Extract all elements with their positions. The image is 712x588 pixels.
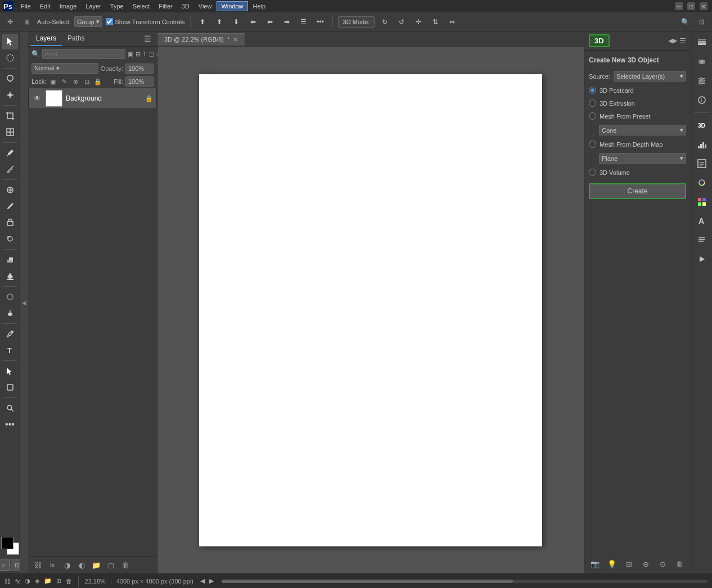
source-select-dropdown[interactable]: Selected Layer(s) ▾ bbox=[614, 71, 686, 82]
text-tool[interactable]: T bbox=[2, 342, 18, 358]
auto-select-dropdown[interactable]: Group ▾ bbox=[74, 16, 102, 27]
depth-map-dropdown[interactable]: Plane ▾ bbox=[599, 153, 686, 164]
blend-mode-select[interactable]: Normal ▾ bbox=[31, 63, 98, 74]
canvas-tab-close[interactable]: ✕ bbox=[233, 36, 238, 43]
arrange-icon[interactable]: ⊞ bbox=[20, 15, 34, 29]
menu-3d[interactable]: 3D bbox=[178, 2, 193, 11]
canvas-tab[interactable]: 3D @ 22.2% (RGB/8) * ✕ bbox=[157, 33, 245, 46]
histogram-icon[interactable] bbox=[693, 135, 711, 153]
dodge-tool[interactable] bbox=[2, 305, 18, 321]
crop-tool[interactable] bbox=[2, 108, 18, 124]
trash-status-icon[interactable]: 🗑 bbox=[66, 578, 72, 585]
menu-help[interactable]: Help bbox=[249, 2, 270, 11]
slide-3d-icon[interactable]: ⇅ bbox=[429, 15, 442, 29]
canvas-document[interactable] bbox=[199, 74, 542, 546]
zoom-tool[interactable] bbox=[2, 400, 18, 416]
opacity-input[interactable] bbox=[125, 64, 154, 74]
scale-3d-icon[interactable]: ⇔ bbox=[445, 15, 459, 29]
3d-panel-toggle-icon[interactable]: 3D bbox=[693, 116, 711, 134]
stamp-tool[interactable] bbox=[2, 215, 18, 230]
add-mask-btn[interactable]: ◑ bbox=[61, 559, 73, 571]
delete-3d-icon[interactable]: 🗑 bbox=[673, 558, 686, 570]
left-panel-collapse[interactable]: ◀ bbox=[20, 31, 28, 573]
tab-layers[interactable]: Layers bbox=[30, 31, 62, 46]
layers-panel-icon[interactable] bbox=[693, 34, 711, 52]
marquee-tool[interactable] bbox=[2, 50, 18, 66]
magic-wand-tool[interactable] bbox=[2, 87, 18, 103]
color-panel-icon[interactable] bbox=[693, 174, 711, 192]
ruler-tool[interactable] bbox=[2, 161, 18, 177]
maximize-btn[interactable]: □ bbox=[687, 2, 695, 10]
fx-status-icon[interactable]: fx bbox=[15, 578, 20, 585]
align-vcenter-icon[interactable]: ⬆ bbox=[213, 15, 226, 29]
pen-tool[interactable] bbox=[2, 326, 18, 342]
light-icon[interactable]: 💡 bbox=[606, 558, 618, 570]
zoom-icon[interactable]: 🔍 bbox=[678, 15, 692, 29]
status-nav-prev[interactable]: ◀ bbox=[200, 577, 205, 585]
image-status-icon[interactable]: ⊞ bbox=[56, 577, 61, 585]
add-adjustment-btn[interactable]: ◐ bbox=[75, 559, 88, 571]
pan-3d-icon[interactable]: ✛ bbox=[412, 15, 425, 29]
transform-check[interactable] bbox=[106, 18, 113, 25]
channels-panel-icon[interactable] bbox=[693, 53, 711, 71]
eraser-tool[interactable] bbox=[2, 252, 18, 268]
layers-search-input[interactable] bbox=[42, 49, 125, 59]
lock-artboard-icon[interactable]: ⊡ bbox=[82, 77, 91, 86]
filter-adjust-icon[interactable]: ⊞ bbox=[136, 49, 141, 59]
history-brush-tool[interactable] bbox=[2, 231, 18, 247]
foreground-color[interactable] bbox=[1, 537, 13, 549]
fx-btn[interactable]: fx bbox=[46, 559, 58, 571]
info-panel-icon[interactable] bbox=[693, 155, 711, 173]
close-btn[interactable]: ✕ bbox=[700, 2, 708, 10]
new-group-btn[interactable]: 📁 bbox=[90, 559, 102, 571]
mesh-preset-dropdown[interactable]: Cone ▾ bbox=[599, 125, 686, 135]
lasso-tool[interactable] bbox=[2, 71, 18, 87]
align-hcenter-icon[interactable]: ⬅ bbox=[263, 15, 277, 29]
blur-tool[interactable] bbox=[2, 289, 18, 305]
link-layers-btn[interactable]: ⛓ bbox=[31, 559, 44, 571]
character-panel-icon[interactable]: A bbox=[693, 212, 711, 230]
radio-3d-extrusion[interactable]: 3D Extrusion bbox=[589, 99, 686, 107]
new-layer-status-icon[interactable]: ◈ bbox=[35, 577, 39, 585]
slice-tool[interactable] bbox=[2, 124, 18, 140]
constraint-icon[interactable]: ⊙ bbox=[656, 558, 669, 570]
swatches-panel-icon[interactable] bbox=[693, 193, 711, 211]
filter-shape-icon[interactable]: ◻ bbox=[149, 49, 154, 59]
align-right-icon[interactable]: ➡ bbox=[280, 15, 294, 29]
panel-3d-menu-icon[interactable]: ☰ bbox=[679, 37, 686, 45]
menu-image[interactable]: Image bbox=[56, 2, 81, 11]
roll-3d-icon[interactable]: ↺ bbox=[395, 15, 408, 29]
create-button[interactable]: Create bbox=[589, 183, 686, 199]
filter-pixel-icon[interactable]: ▣ bbox=[128, 49, 133, 59]
scene-icon[interactable]: 📷 bbox=[589, 558, 601, 570]
paint-bucket-tool[interactable] bbox=[2, 268, 18, 284]
healing-tool[interactable] bbox=[2, 182, 18, 198]
align-bottom-icon[interactable]: ⬇ bbox=[229, 15, 243, 29]
shape-tool[interactable] bbox=[2, 379, 18, 395]
layer-background[interactable]: 👁 Background 🔒 bbox=[28, 88, 157, 109]
lock-image-icon[interactable]: ✎ bbox=[60, 77, 69, 86]
menu-file[interactable]: File bbox=[17, 2, 35, 11]
tab-paths[interactable]: Paths bbox=[62, 31, 91, 46]
menu-select[interactable]: Select bbox=[129, 2, 154, 11]
learn-panel-icon[interactable]: i bbox=[693, 91, 711, 109]
filter-type-icon[interactable]: T bbox=[143, 49, 147, 59]
align-top-icon[interactable]: ⬆ bbox=[196, 15, 209, 29]
screen-mode-icon[interactable]: ⊡ bbox=[695, 15, 709, 29]
panel-3d-collapse-arrows[interactable]: ◀▶ bbox=[668, 37, 677, 44]
canvas-dimensions[interactable]: 4000 px × 4000 px (300 ppi) bbox=[116, 578, 193, 585]
status-arrows-icon[interactable]: ⛓ bbox=[4, 578, 11, 585]
lock-transparent-icon[interactable]: ▣ bbox=[48, 77, 57, 86]
delete-layer-btn[interactable]: 🗑 bbox=[119, 559, 132, 571]
lock-all-icon[interactable]: 🔒 bbox=[93, 77, 102, 86]
panel-menu-btn[interactable]: ☰ bbox=[141, 33, 155, 44]
menu-window[interactable]: Window bbox=[217, 1, 247, 11]
layer-visibility-icon[interactable]: 👁 bbox=[32, 93, 42, 103]
rotate-3d-icon[interactable]: ↻ bbox=[378, 15, 391, 29]
paragraph-panel-icon[interactable] bbox=[693, 231, 711, 249]
new-layer-btn[interactable]: ◻ bbox=[105, 559, 117, 571]
align-left-icon[interactable]: ⬅ bbox=[246, 15, 260, 29]
status-nav-next[interactable]: ▶ bbox=[209, 577, 214, 585]
radio-3d-postcard[interactable]: 3D Postcard bbox=[589, 86, 686, 94]
move-tool[interactable] bbox=[2, 34, 18, 49]
